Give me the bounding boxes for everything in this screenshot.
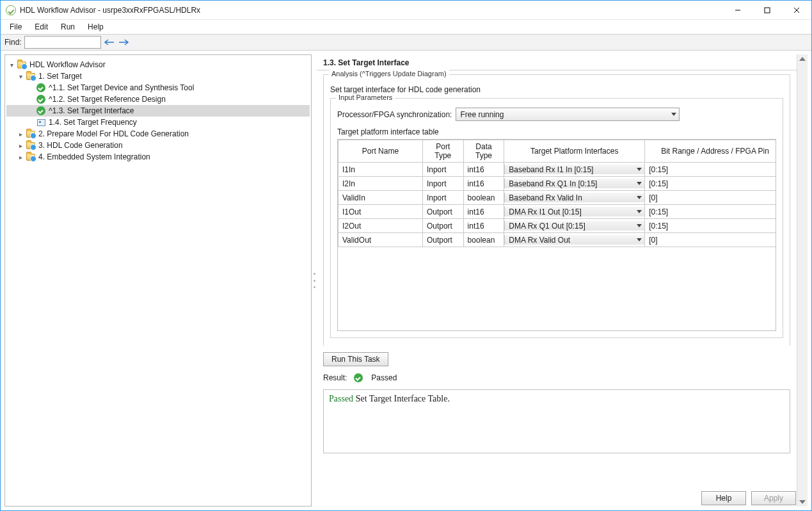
twisty-icon[interactable]: ▾ xyxy=(8,61,15,69)
tree-node-1-2[interactable]: ^1.2. Set Target Reference Design xyxy=(6,93,310,105)
app-icon xyxy=(6,5,16,15)
app-window: HDL Workflow Advisor - usrpe3xxRxFPGASL/… xyxy=(0,0,812,511)
cell-port-type: Inport xyxy=(422,191,463,205)
table-row[interactable]: I2InInportint16Baseband Rx Q1 In [0:15][… xyxy=(338,177,777,191)
tree-node-2[interactable]: ▸ 2. Prepare Model For HDL Code Generati… xyxy=(6,128,310,140)
right-panel-wrap: 1.3. Set Target Interface Analysis (^Tri… xyxy=(317,51,811,510)
table-row[interactable]: I1OutOutportint16DMA Rx I1 Out [0:15][0:… xyxy=(338,205,777,219)
maximize-button[interactable] xyxy=(752,1,782,19)
window-controls xyxy=(723,1,811,19)
th-bitrange[interactable]: Bit Range / Address / FPGA Pin xyxy=(645,140,776,163)
cell-data-type: boolean xyxy=(463,191,504,205)
cell-tpi[interactable]: Baseband Rx Q1 In [0:15] xyxy=(504,177,645,191)
cell-bitrange: [0:15] xyxy=(645,205,776,219)
cell-tpi[interactable]: Baseband Rx I1 In [0:15] xyxy=(504,163,645,177)
cell-tpi[interactable]: DMA Rx I1 Out [0:15] xyxy=(504,205,645,219)
cell-tpi[interactable]: DMA Rx Q1 Out [0:15] xyxy=(504,219,645,233)
window-title: HDL Workflow Advisor - usrpe3xxRxFPGASL/… xyxy=(20,6,723,15)
content-area: 1.3. Set Target Interface Analysis (^Tri… xyxy=(317,54,797,507)
th-port-name[interactable]: Port Name xyxy=(338,140,423,163)
cell-port-name: I2Out xyxy=(338,219,423,233)
find-prev-icon[interactable] xyxy=(104,36,115,48)
footer-buttons: Help Apply xyxy=(701,491,796,505)
cell-port-name: I1In xyxy=(338,163,423,177)
svg-rect-1 xyxy=(765,8,770,13)
tree-label: 1.4. Set Target Frequency xyxy=(49,118,137,127)
apply-button[interactable]: Apply xyxy=(751,491,796,505)
run-this-task-button[interactable]: Run This Task xyxy=(323,352,388,366)
tree-label: 4. Embedded System Integration xyxy=(38,152,150,161)
input-params-title: Input Parameters xyxy=(336,93,395,101)
tree-label: 3. HDL Code Generation xyxy=(38,141,123,150)
table-header-row: Port Name Port Type Data Type Target Pla… xyxy=(338,140,777,163)
cell-port-name: ValidOut xyxy=(338,233,423,247)
status-pass-icon xyxy=(353,373,363,383)
cell-data-type: int16 xyxy=(463,177,504,191)
twisty-icon[interactable]: ▾ xyxy=(17,73,24,80)
tree-label: ^1.2. Set Target Reference Design xyxy=(49,95,166,104)
tree-node-set-target[interactable]: ▾ 1. Set Target xyxy=(6,70,310,82)
cell-bitrange: [0:15] xyxy=(645,177,776,191)
tree-node-1-1[interactable]: ^1.1. Set Target Device and Synthesis To… xyxy=(6,82,310,93)
chevron-down-icon xyxy=(637,238,642,241)
analysis-group: Analysis (^Triggers Update Diagram) Set … xyxy=(323,74,790,346)
analysis-group-title: Analysis (^Triggers Update Diagram) xyxy=(329,70,449,77)
tree-node-1-4[interactable]: 1.4. Set Target Frequency xyxy=(6,117,310,128)
chevron-down-icon xyxy=(637,196,642,199)
chevron-down-icon xyxy=(671,113,676,116)
table-row[interactable]: ValidOutOutportbooleanDMA Rx Valid Out[0… xyxy=(338,233,777,247)
table-row[interactable]: ValidInInportbooleanBaseband Rx Valid In… xyxy=(338,191,777,205)
folder-icon xyxy=(26,152,36,162)
cell-tpi[interactable]: DMA Rx Valid Out xyxy=(504,233,645,247)
menu-file[interactable]: File xyxy=(3,21,28,33)
result-passed-word: Passed xyxy=(329,394,353,403)
tree-label: 2. Prepare Model For HDL Code Generation xyxy=(38,129,189,138)
folder-icon xyxy=(26,129,36,139)
cell-data-type: int16 xyxy=(463,219,504,233)
tree-node-1-3[interactable]: ^1.3. Set Target Interface xyxy=(6,105,310,117)
status-pass-icon xyxy=(36,106,46,116)
tree-label: ^1.1. Set Target Device and Synthesis To… xyxy=(49,83,194,92)
find-label: Find: xyxy=(4,38,22,47)
minimize-button[interactable] xyxy=(723,1,752,19)
tree-panel[interactable]: ▾ HDL Workflow Advisor ▾ 1. Set Target ^… xyxy=(4,54,312,507)
menu-edit[interactable]: Edit xyxy=(28,21,54,33)
find-next-icon[interactable] xyxy=(118,36,129,48)
tree-node-3[interactable]: ▸ 3. HDL Code Generation xyxy=(6,140,310,151)
task-icon xyxy=(36,117,46,127)
find-input[interactable] xyxy=(24,36,101,49)
table-row[interactable]: I1InInportint16Baseband Rx I1 In [0:15][… xyxy=(338,163,777,177)
folder-icon xyxy=(17,60,27,70)
twisty-icon[interactable]: ▸ xyxy=(17,131,24,138)
cell-port-type: Inport xyxy=(422,177,463,191)
tree-node-root[interactable]: ▾ HDL Workflow Advisor xyxy=(6,59,310,70)
result-status: Passed xyxy=(371,373,397,382)
result-label: Result: xyxy=(323,373,347,382)
twisty-icon[interactable]: ▸ xyxy=(17,142,24,149)
folder-icon xyxy=(26,71,36,81)
cell-port-type: Outport xyxy=(422,233,463,247)
vertical-scrollbar[interactable] xyxy=(797,54,808,507)
close-button[interactable] xyxy=(782,1,811,19)
th-data-type[interactable]: Data Type xyxy=(463,140,504,163)
table-row[interactable]: I2OutOutportint16DMA Rx Q1 Out [0:15][0:… xyxy=(338,219,777,233)
menu-help[interactable]: Help xyxy=(81,21,110,33)
status-pass-icon xyxy=(36,94,46,104)
interface-table: Port Name Port Type Data Type Target Pla… xyxy=(338,140,776,247)
splitter[interactable] xyxy=(312,51,317,510)
titlebar: HDL Workflow Advisor - usrpe3xxRxFPGASL/… xyxy=(1,1,811,20)
findbar: Find: xyxy=(1,34,811,51)
th-tpi[interactable]: Target Platform Interfaces xyxy=(504,140,645,163)
twisty-icon[interactable]: ▸ xyxy=(17,154,24,161)
status-pass-icon xyxy=(36,83,46,93)
th-port-type[interactable]: Port Type xyxy=(422,140,463,163)
sync-select[interactable]: Free running xyxy=(456,108,680,121)
cell-tpi[interactable]: Baseband Rx Valid In xyxy=(504,191,645,205)
sync-row: Processor/FPGA synchronization: Free run… xyxy=(337,108,776,121)
body-split: ▾ HDL Workflow Advisor ▾ 1. Set Target ^… xyxy=(1,51,811,510)
menu-run[interactable]: Run xyxy=(54,21,81,33)
result-rest-text: Set Target Interface Table. xyxy=(353,394,450,403)
tree-label: ^1.3. Set Target Interface xyxy=(49,106,134,115)
tree-node-4[interactable]: ▸ 4. Embedded System Integration xyxy=(6,151,310,163)
help-button[interactable]: Help xyxy=(701,491,746,505)
